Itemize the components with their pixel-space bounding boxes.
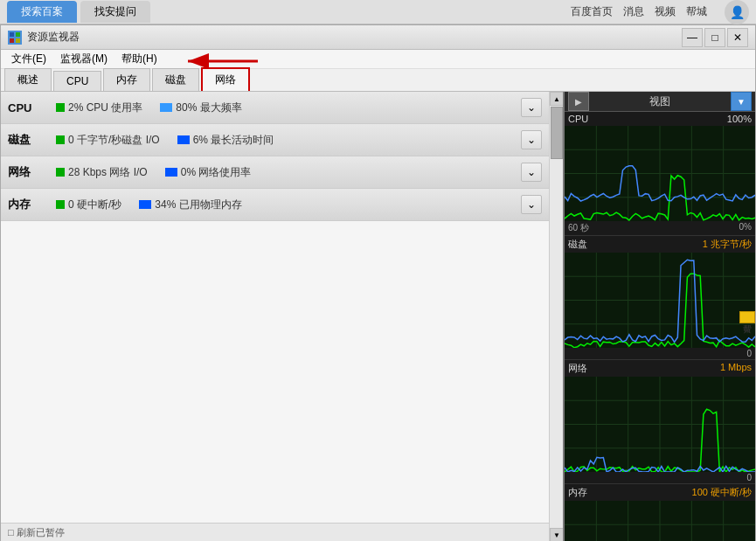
network-chart-canvas [565, 377, 755, 472]
tab-bar: 概述 CPU 内存 磁盘 网络 [1, 69, 755, 92]
section-cpu: CPU 2% CPU 使用率 80% 最大频率 ⌄ [1, 92, 549, 124]
cpu-footer-left: 60 秒 [568, 222, 589, 234]
cpu-stat-1: 2% CPU 使用率 [68, 101, 142, 115]
network-chart-header: 网络 1 Mbps [565, 360, 755, 377]
section-memory-title: 内存 [8, 197, 56, 212]
cpu-chevron[interactable]: ⌄ [521, 98, 542, 117]
minimize-button[interactable]: — [682, 28, 703, 47]
disk-chart-footer: 0 [565, 348, 755, 359]
section-cpu-header[interactable]: CPU 2% CPU 使用率 80% 最大频率 ⌄ [1, 92, 549, 123]
network-chart-footer: 0 [565, 472, 755, 483]
status-bar: □ 刷新已暂停 [1, 523, 549, 541]
cpu-chart-footer: 60 秒 0% [565, 221, 755, 235]
disk-chevron[interactable]: ⌄ [521, 130, 542, 149]
memory-chart-canvas [565, 501, 755, 541]
empty-area [1, 221, 549, 523]
tab-network[interactable]: 网络 [201, 67, 250, 91]
section-memory-header[interactable]: 内存 0 硬中断/秒 34% 已用物理内存 ⌄ [1, 189, 549, 220]
memory-stat-1: 0 硬中断/秒 [68, 198, 121, 212]
section-disk-header[interactable]: 磁盘 0 千字节/秒磁盘 I/O 6% 最长活动时间 ⌄ [1, 124, 549, 156]
view-dropdown-button[interactable]: ▼ [731, 92, 752, 111]
cpu-chart-canvas [565, 126, 755, 221]
network-stat-1: 28 Kbps 网络 I/O [68, 165, 148, 180]
cpu-chart-header: CPU 100% [565, 112, 755, 126]
left-panel: CPU 2% CPU 使用率 80% 最大频率 ⌄ 磁盘 0 千字节/秒磁盘 I… [1, 92, 549, 541]
play-button[interactable]: ▶ [568, 92, 589, 111]
window-icon [8, 31, 22, 45]
memory-stat-2: 34% 已用物理内存 [155, 198, 241, 212]
menu-file[interactable]: 文件(E) [4, 50, 53, 68]
section-network-header[interactable]: 网络 28 Kbps 网络 I/O 0% 网络使用率 ⌄ [1, 156, 549, 188]
network-chart-value: 1 Mbps [720, 362, 752, 375]
status-text: □ 刷新已暂停 [8, 526, 65, 539]
memory-chart-name: 内存 [568, 486, 587, 499]
main-body: CPU 2% CPU 使用率 80% 最大频率 ⌄ 磁盘 0 千字节/秒磁盘 I… [1, 92, 755, 541]
view-label: 视图 [593, 94, 727, 109]
disk-chart-canvas [565, 253, 755, 348]
scrollbar[interactable]: ▲ ▼ [549, 92, 563, 541]
network-footer-right: 0 [746, 473, 752, 482]
sticky-note[interactable]: 黄帮 [739, 311, 755, 323]
scroll-track [550, 106, 563, 528]
cpu-stat-2: 80% 最大频率 [176, 101, 241, 115]
right-panel-header: ▶ 视图 ▼ [565, 92, 755, 112]
disk-footer-right: 0 [746, 349, 752, 358]
section-disk-title: 磁盘 [8, 132, 56, 148]
disk-chart-header: 磁盘 1 兆字节/秒 [565, 236, 755, 253]
browser-tab-1[interactable]: 授索百案 [7, 1, 77, 23]
network-chart-name: 网络 [568, 362, 587, 375]
network-green-dot [56, 168, 65, 177]
cpu-chart-value: 100% [727, 114, 752, 124]
disk-stat-1: 0 千字节/秒磁盘 I/O [68, 133, 160, 148]
svg-rect-3 [16, 38, 20, 43]
menu-view[interactable]: 监视器(M) [53, 50, 114, 68]
menu-help[interactable]: 帮助(H) [114, 50, 164, 68]
memory-chevron[interactable]: ⌄ [521, 195, 542, 214]
section-network: 网络 28 Kbps 网络 I/O 0% 网络使用率 ⌄ [1, 156, 549, 189]
maximize-button[interactable]: □ [704, 28, 725, 47]
right-panel: ▶ 视图 ▼ CPU 100% 60 秒 0% [563, 92, 755, 541]
cpu-footer-right: 0% [739, 222, 752, 234]
memory-chart-header: 内存 100 硬中断/秒 [565, 484, 755, 501]
tab-disk[interactable]: 磁盘 [152, 68, 199, 91]
memory-blue-dot [139, 200, 151, 209]
menu-bar: 文件(E) 监视器(M) 帮助(H) [1, 50, 755, 69]
user-avatar[interactable]: 👤 [725, 0, 749, 24]
tab-cpu[interactable]: CPU [53, 71, 101, 91]
disk-stat-2: 6% 最长活动时间 [193, 133, 274, 148]
section-network-title: 网络 [8, 164, 56, 180]
network-chart-section: 网络 1 Mbps 0 [565, 360, 755, 484]
disk-chart-section: 磁盘 1 兆字节/秒 0 [565, 236, 755, 360]
memory-chart-value: 100 硬中断/秒 [692, 486, 752, 499]
nav-item-1[interactable]: 百度首页 [571, 4, 613, 19]
memory-green-dot [56, 200, 65, 209]
section-disk: 磁盘 0 千字节/秒磁盘 I/O 6% 最长活动时间 ⌄ [1, 124, 549, 156]
network-chevron[interactable]: ⌄ [521, 163, 542, 182]
svg-rect-1 [16, 32, 20, 37]
nav-item-3[interactable]: 视频 [655, 4, 676, 19]
scroll-down-button[interactable]: ▼ [550, 528, 564, 541]
network-stat-2: 0% 网络使用率 [181, 165, 252, 180]
window-title: 资源监视器 [27, 30, 682, 45]
svg-rect-2 [10, 38, 14, 43]
network-blue-dot [165, 168, 177, 177]
nav-item-4[interactable]: 帮城 [686, 4, 707, 19]
section-cpu-title: CPU [8, 101, 56, 114]
tab-overview[interactable]: 概述 [4, 68, 52, 91]
disk-blue-dot [177, 135, 190, 144]
scroll-up-button[interactable]: ▲ [550, 92, 564, 106]
cpu-chart-section: CPU 100% 60 秒 0% [565, 112, 755, 236]
disk-chart-name: 磁盘 [568, 238, 587, 251]
disk-green-dot [56, 135, 65, 144]
memory-chart-section: 内存 100 硬中断/秒 [565, 484, 755, 541]
scroll-thumb[interactable] [551, 107, 563, 159]
close-button[interactable]: ✕ [727, 28, 748, 47]
svg-rect-0 [10, 32, 14, 37]
tab-memory[interactable]: 内存 [103, 68, 150, 91]
cpu-chart-name: CPU [568, 114, 588, 124]
nav-item-2[interactable]: 消息 [623, 4, 644, 19]
browser-tab-2[interactable]: 找安提问 [80, 1, 150, 23]
section-memory: 内存 0 硬中断/秒 34% 已用物理内存 ⌄ [1, 189, 549, 221]
cpu-blue-dot [160, 103, 172, 112]
disk-chart-value: 1 兆字节/秒 [703, 238, 752, 251]
